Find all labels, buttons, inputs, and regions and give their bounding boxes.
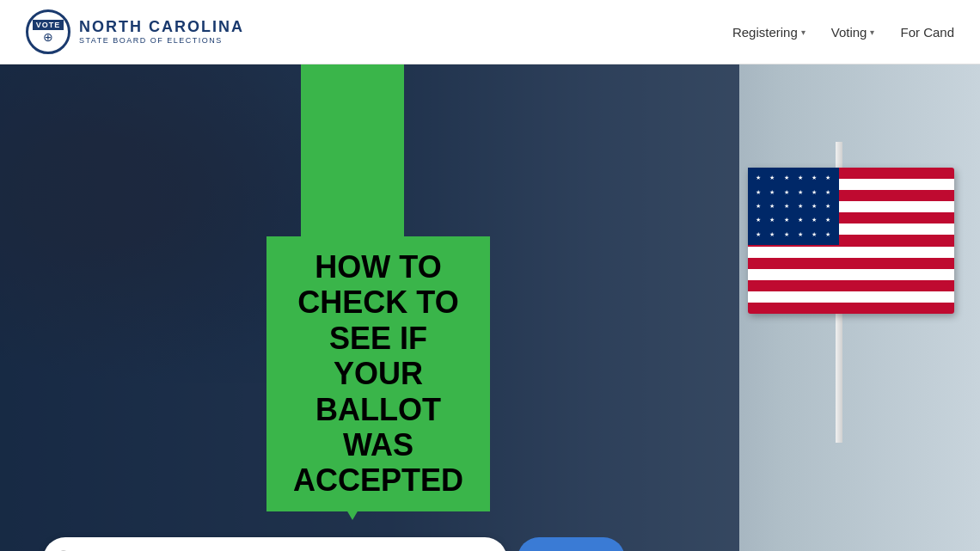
logo-text: NORTH CAROLINA STATE BOARD OF ELECTIONS: [79, 19, 244, 45]
nav-registering[interactable]: Registering ▾: [732, 25, 805, 40]
hero-section: ★★★★★★ ★★★★★★ ★★★★★★ ★★★★★★ ★★★★★★ HOW T…: [0, 64, 980, 551]
flag-stars: ★★★★★★ ★★★★★★ ★★★★★★ ★★★★★★ ★★★★★★: [748, 168, 839, 245]
chevron-down-icon: ▾: [870, 28, 874, 37]
logo-emblem-icon: ⊕: [43, 30, 53, 44]
hero-headline: HOW TO CHECK TO SEE IF YOUR BALLOT WAS A…: [266, 236, 490, 511]
search-box: 🔍: [43, 537, 507, 551]
logo-area[interactable]: VOTE ⊕ NORTH CAROLINA STATE BOARD OF ELE…: [26, 9, 244, 54]
logo-icon: VOTE ⊕: [26, 9, 70, 54]
vote-badge: VOTE: [33, 20, 64, 30]
site-header: VOTE ⊕ NORTH CAROLINA STATE BOARD OF ELE…: [0, 0, 980, 64]
search-section: 🔍 SEARCH: [43, 537, 696, 551]
org-subtitle: STATE BOARD OF ELECTIONS: [79, 36, 244, 45]
hero-content: HOW TO CHECK TO SEE IF YOUR BALLOT WAS A…: [0, 64, 739, 551]
american-flag: ★★★★★★ ★★★★★★ ★★★★★★ ★★★★★★ ★★★★★★: [748, 168, 954, 314]
search-button[interactable]: SEARCH: [518, 537, 625, 551]
nav-for-candidates[interactable]: For Cand: [900, 25, 954, 40]
org-title: NORTH CAROLINA: [79, 19, 244, 36]
main-nav: Registering ▾ Voting ▾ For Cand: [732, 25, 954, 40]
chevron-down-icon: ▾: [801, 28, 805, 37]
nav-voting[interactable]: Voting ▾: [831, 25, 875, 40]
